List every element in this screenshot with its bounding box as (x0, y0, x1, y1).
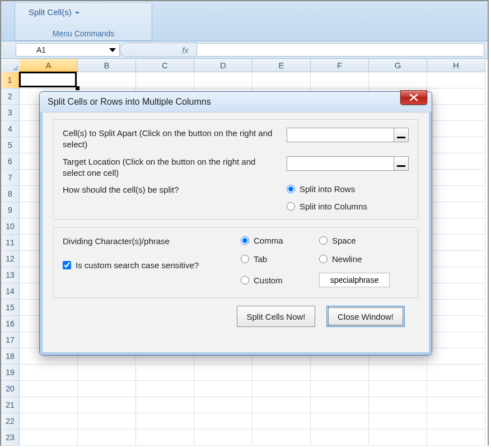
cell-H23[interactable] (427, 430, 485, 446)
cell-H5[interactable] (427, 137, 485, 153)
cell-D23[interactable] (194, 430, 252, 446)
cell-E23[interactable] (252, 430, 311, 446)
cell-B21[interactable] (78, 397, 136, 413)
cell-F19[interactable] (311, 365, 369, 381)
row-header-16[interactable]: 16 (1, 316, 20, 332)
custom-delimiter-input[interactable] (319, 273, 390, 287)
row-header-19[interactable]: 19 (1, 365, 20, 381)
split-into-rows-radio[interactable] (287, 185, 295, 193)
row-header-22[interactable]: 22 (1, 413, 20, 430)
delimiter-custom-radio[interactable] (241, 276, 249, 284)
delimiter-comma-option[interactable]: Comma (241, 236, 319, 245)
case-sensitive-option[interactable]: Is custom search case sensitive? (63, 260, 241, 270)
row-header-6[interactable]: 6 (1, 153, 20, 170)
cell-H7[interactable] (427, 170, 485, 186)
delimiter-newline-option[interactable]: Newline (319, 254, 403, 264)
formula-input[interactable] (197, 43, 484, 57)
cell-H19[interactable] (427, 365, 485, 381)
row-header-10[interactable]: 10 (1, 218, 20, 235)
cell-G19[interactable] (369, 365, 427, 381)
row-header-12[interactable]: 12 (1, 251, 20, 267)
cell-B20[interactable] (78, 381, 136, 397)
row-header-7[interactable]: 7 (1, 170, 20, 186)
cell-C21[interactable] (136, 397, 194, 413)
close-window-button[interactable]: Close Window! (326, 306, 405, 327)
delimiter-comma-radio[interactable] (241, 236, 249, 245)
column-header-F[interactable]: F (311, 59, 369, 72)
cell-G22[interactable] (369, 413, 427, 430)
cell-G1[interactable] (369, 72, 427, 88)
delimiter-tab-radio[interactable] (241, 255, 249, 263)
row-header-15[interactable]: 15 (1, 300, 20, 316)
column-header-B[interactable]: B (78, 59, 136, 72)
column-header-C[interactable]: C (136, 59, 194, 72)
row-header-17[interactable]: 17 (1, 332, 20, 348)
cell-H12[interactable] (427, 251, 485, 267)
delimiter-tab-option[interactable]: Tab (241, 254, 319, 264)
cell-H1[interactable] (427, 72, 485, 88)
column-header-H[interactable]: H (427, 59, 485, 72)
cell-D20[interactable] (194, 381, 252, 397)
cell-E22[interactable] (252, 413, 311, 430)
delimiter-space-option[interactable]: Space (319, 236, 403, 245)
cell-C22[interactable] (136, 413, 194, 430)
row-header-9[interactable]: 9 (1, 202, 20, 218)
cell-A23[interactable] (20, 430, 78, 446)
cell-H21[interactable] (427, 397, 485, 413)
cell-B22[interactable] (78, 413, 136, 430)
row-header-1[interactable]: 1 (1, 72, 20, 88)
row-header-8[interactable]: 8 (1, 186, 20, 202)
cell-B19[interactable] (78, 365, 136, 381)
select-all-button[interactable] (1, 59, 20, 73)
target-location-input[interactable] (287, 156, 394, 171)
cell-H10[interactable] (427, 218, 485, 235)
cell-E1[interactable] (252, 72, 311, 88)
cell-E21[interactable] (252, 397, 311, 413)
row-header-18[interactable]: 18 (1, 348, 20, 365)
cell-H14[interactable] (427, 283, 485, 300)
cell-C20[interactable] (136, 381, 194, 397)
cell-F23[interactable] (311, 430, 369, 446)
cell-D1[interactable] (194, 72, 252, 88)
cell-B1[interactable] (78, 72, 136, 88)
delimiter-custom-option[interactable]: Custom (241, 273, 319, 287)
cell-A1[interactable] (20, 72, 78, 88)
cell-D21[interactable] (194, 397, 252, 413)
cell-H11[interactable] (427, 235, 485, 251)
cell-H2[interactable] (427, 88, 485, 105)
cell-F1[interactable] (311, 72, 369, 88)
cell-H20[interactable] (427, 381, 485, 397)
cell-F21[interactable] (311, 397, 369, 413)
row-header-4[interactable]: 4 (1, 121, 20, 137)
column-header-D[interactable]: D (194, 59, 252, 72)
cell-H15[interactable] (427, 300, 485, 316)
cell-A19[interactable] (20, 365, 78, 381)
cell-H8[interactable] (427, 186, 485, 202)
case-sensitive-checkbox[interactable] (63, 261, 71, 269)
cell-H22[interactable] (427, 413, 485, 430)
cell-A20[interactable] (20, 381, 78, 397)
row-header-20[interactable]: 20 (1, 381, 20, 397)
cell-F22[interactable] (311, 413, 369, 430)
cell-G23[interactable] (369, 430, 427, 446)
split-into-columns-radio[interactable] (287, 202, 295, 211)
column-header-E[interactable]: E (252, 59, 311, 72)
cell-C23[interactable] (136, 430, 194, 446)
row-header-2[interactable]: 2 (1, 88, 20, 105)
delimiter-newline-radio[interactable] (319, 255, 328, 263)
cell-A22[interactable] (20, 413, 78, 430)
cell-H3[interactable] (427, 105, 485, 121)
split-into-rows-option[interactable]: Split into Rows (287, 184, 367, 194)
cell-F20[interactable] (311, 381, 369, 397)
cell-H4[interactable] (427, 121, 485, 137)
dialog-titlebar[interactable]: Split Cells or Rows into Multiple Column… (40, 92, 432, 113)
split-into-columns-option[interactable]: Split into Columns (287, 202, 367, 211)
row-header-21[interactable]: 21 (1, 397, 20, 413)
cell-D22[interactable] (194, 413, 252, 430)
cell-G21[interactable] (369, 397, 427, 413)
column-header-G[interactable]: G (369, 59, 427, 72)
cell-A21[interactable] (20, 397, 78, 413)
name-box[interactable]: A1 (16, 43, 120, 57)
row-header-23[interactable]: 23 (1, 430, 20, 446)
row-header-3[interactable]: 3 (1, 105, 20, 121)
